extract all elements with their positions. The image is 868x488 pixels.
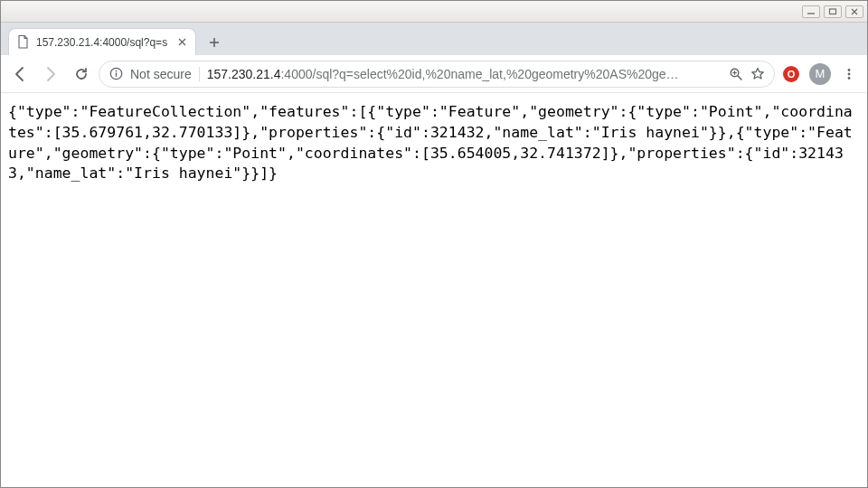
window-close-button[interactable] (845, 5, 863, 18)
info-icon[interactable] (108, 67, 123, 81)
svg-point-9 (115, 70, 117, 72)
address-bar[interactable]: Not secure 157.230.21.4:4000/sql?q=selec… (99, 61, 775, 88)
avatar: M (809, 63, 831, 85)
browser-toolbar: Not secure 157.230.21.4:4000/sql?q=selec… (1, 55, 867, 93)
tab-strip: 157.230.21.4:4000/sql?q=s (1, 23, 867, 55)
extension-badge-icon: O (783, 66, 799, 82)
window-titlebar (1, 1, 867, 23)
security-label: Not secure (130, 67, 192, 81)
svg-point-16 (848, 72, 851, 75)
profile-button[interactable]: M (807, 61, 833, 87)
svg-point-17 (848, 77, 851, 80)
file-icon (16, 36, 29, 49)
back-button[interactable] (6, 61, 33, 88)
svg-rect-10 (115, 72, 116, 76)
bookmark-star-icon[interactable] (750, 67, 765, 81)
window-minimize-button[interactable] (802, 5, 820, 18)
svg-point-15 (848, 69, 851, 71)
omnibox-separator (199, 67, 200, 81)
svg-rect-1 (830, 9, 836, 14)
page-body-json[interactable]: {"type":"FeatureCollection","features":[… (1, 93, 867, 193)
extension-button[interactable]: O (778, 61, 804, 87)
window-maximize-button[interactable] (824, 5, 842, 18)
zoom-icon[interactable] (729, 67, 743, 81)
tab-close-button[interactable] (175, 36, 188, 49)
url-path: :4000/sql?q=select%20id,%20name_lat,%20g… (280, 67, 678, 81)
browser-tab-active[interactable]: 157.230.21.4:4000/sql?q=s (8, 28, 196, 55)
tab-title: 157.230.21.4:4000/sql?q=s (36, 36, 168, 49)
new-tab-button[interactable] (202, 30, 227, 55)
url-text: 157.230.21.4:4000/sql?q=select%20id,%20n… (207, 67, 722, 81)
chrome-menu-button[interactable] (836, 61, 862, 87)
reload-button[interactable] (68, 61, 95, 88)
forward-button[interactable] (37, 61, 64, 88)
url-host: 157.230.21.4 (207, 67, 281, 81)
svg-line-12 (738, 76, 741, 80)
